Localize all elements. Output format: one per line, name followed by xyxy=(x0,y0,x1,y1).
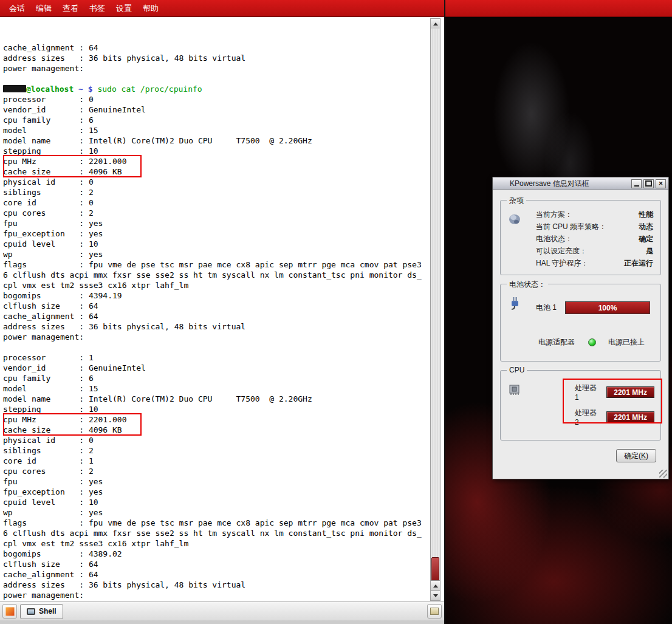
ok-button-text: 确定( xyxy=(624,451,641,460)
info-label: HAL 守护程序： xyxy=(536,259,588,267)
terminal-line: clflush size : 64 xyxy=(3,559,430,569)
new-session-button[interactable] xyxy=(2,604,17,619)
terminal-line: bogomips : 4389.02 xyxy=(3,549,430,559)
kpowersave-dialog: KPowersave 信息对话框 杂项 当前方案： 性能 当前 CPU 频率策略… xyxy=(492,177,669,479)
adapter-label: 电源适配器 xyxy=(538,337,575,348)
info-row: 可以设定亮度： 是 xyxy=(536,247,653,255)
misc-group-title: 杂项 xyxy=(507,196,526,206)
terminal-line: stepping : 10 xyxy=(3,404,430,414)
menu-settings[interactable]: 设置 xyxy=(111,0,137,17)
battery-group-title: 电池状态： xyxy=(507,279,548,290)
ok-button-text: ) xyxy=(646,451,648,460)
minimize-button[interactable] xyxy=(631,179,642,188)
adapter-status: 电源已接上 xyxy=(608,337,645,348)
info-value: 正在运行 xyxy=(624,259,653,267)
terminal-line: @localhost ~ $ sudo cat /proc/cpuinfo xyxy=(3,84,430,94)
menu-edit[interactable]: 编辑 xyxy=(30,0,57,17)
terminal-line: cpu family : 6 xyxy=(3,373,430,383)
misc-icon xyxy=(507,211,523,227)
pane-divider xyxy=(444,0,445,624)
battery-label: 电池 1 xyxy=(536,303,557,313)
terminal-line xyxy=(3,74,430,84)
highlight-annotation: cpu MHz : 2201.000cache size : 4096 KB xyxy=(3,156,430,177)
terminal-line: cpuid level : 10 xyxy=(3,497,430,507)
info-value: 动态 xyxy=(639,222,653,231)
terminal-line: power management: xyxy=(3,332,430,342)
terminal-line: bogomips : 4394.19 xyxy=(3,290,430,301)
battery-progress: 100% xyxy=(565,301,650,314)
scroll-down-button[interactable] xyxy=(431,590,440,600)
arrow-down-icon xyxy=(433,594,438,597)
tab-shell[interactable]: Shell xyxy=(20,604,63,619)
menu-bookmarks[interactable]: 书签 xyxy=(84,0,111,17)
ok-button-accesskey: K xyxy=(641,451,646,460)
terminal-line: siblings : 2 xyxy=(3,445,430,456)
terminal-line: wp : yes xyxy=(3,507,430,518)
info-value: 确定 xyxy=(639,235,653,243)
highlight-annotation: cpu MHz : 2201.000cache size : 4096 KB xyxy=(3,414,430,435)
terminal-line: 6 clflush dts acpi mmx fxsr sse sse2 ss … xyxy=(3,528,430,538)
cpu-group-title: CPU xyxy=(507,366,527,374)
battery-icon xyxy=(507,295,523,311)
terminal-line: core id : 1 xyxy=(3,456,430,466)
info-label: 当前方案： xyxy=(536,210,572,219)
ok-button[interactable]: 确定(K) xyxy=(616,449,656,462)
new-session-icon xyxy=(5,607,15,616)
battery-row: 电池 1 100% xyxy=(536,301,652,314)
dialog-titlebar[interactable]: KPowersave 信息对话框 xyxy=(493,177,668,190)
session-list-icon xyxy=(430,608,439,615)
terminal-line: fpu : yes xyxy=(3,476,430,487)
terminal-line: model name : Intel(R) Core(TM)2 Duo CPU … xyxy=(3,135,430,146)
button-row: 确定(K) xyxy=(505,449,656,462)
terminal-line: cache_alignment : 64 xyxy=(3,569,430,580)
terminal-line: flags : fpu vme de pse tsc msr pae mce c… xyxy=(3,518,430,528)
terminal-line: fpu_exception : yes xyxy=(3,487,430,497)
terminal-line: fpu : yes xyxy=(3,218,430,228)
terminal-line: physical id : 0 xyxy=(3,177,430,187)
menu-help[interactable]: 帮助 xyxy=(137,0,164,17)
terminal-line: power management: xyxy=(3,590,430,600)
terminal-line: cache_alignment : 64 xyxy=(3,43,430,53)
terminal-scrollbar[interactable] xyxy=(430,18,441,601)
terminal-viewport[interactable]: cache_alignment : 64address sizes : 36 b… xyxy=(1,18,430,601)
maximize-button[interactable] xyxy=(643,179,654,188)
menu-view[interactable]: 查看 xyxy=(57,0,84,17)
resize-grip[interactable] xyxy=(659,470,667,478)
cpu-label: 处理器 1 xyxy=(575,383,602,402)
terminal-line: address sizes : 36 bits physical, 48 bit… xyxy=(3,53,430,63)
scrollbar-track[interactable] xyxy=(431,29,440,582)
terminal-line: cpu MHz : 2201.000 xyxy=(3,414,430,425)
terminal-line xyxy=(3,600,430,601)
terminal-line: cpu cores : 2 xyxy=(3,208,430,218)
misc-group: 杂项 当前方案： 性能 当前 CPU 频率策略： 动态 电池状态： 确定 可以设… xyxy=(500,200,661,275)
terminal-line: processor : 1 xyxy=(3,352,430,363)
terminal-line: model name : Intel(R) Core(TM)2 Duo CPU … xyxy=(3,394,430,404)
cpu-group: CPU 处理器 1 2201 MHz 处理器 2 2201 MHz xyxy=(500,370,661,441)
scroll-up-button-bottom[interactable] xyxy=(431,580,440,591)
terminal-line: siblings : 2 xyxy=(3,187,430,197)
tab-label: Shell xyxy=(39,607,57,615)
info-value: 性能 xyxy=(639,210,653,219)
info-row: 当前方案： 性能 xyxy=(536,210,653,219)
cpu-row: 处理器 2 2201 MHz xyxy=(575,408,654,427)
dialog-body: 杂项 当前方案： 性能 当前 CPU 频率策略： 动态 电池状态： 确定 可以设… xyxy=(495,191,666,476)
scrollbar-thumb[interactable] xyxy=(431,557,439,581)
cpu-label: 处理器 2 xyxy=(575,408,602,427)
terminal-line: processor : 0 xyxy=(3,94,430,105)
terminal-line: power management: xyxy=(3,63,430,74)
terminal-line: address sizes : 36 bits physical, 48 bit… xyxy=(3,321,430,332)
window-bottom-edge xyxy=(0,620,444,624)
info-value: 是 xyxy=(646,247,653,255)
session-list-button[interactable] xyxy=(427,604,442,619)
battery-progress-fill: 100% xyxy=(566,302,650,314)
cpu-frequency-bar: 2201 MHz xyxy=(606,386,654,398)
terminal-line: cpu family : 6 xyxy=(3,115,430,125)
menu-session[interactable]: 会话 xyxy=(4,0,30,17)
terminal-line: physical id : 0 xyxy=(3,435,430,445)
cpu-frequency-bar: 2201 MHz xyxy=(606,411,654,423)
scroll-up-button[interactable] xyxy=(431,19,440,29)
terminal-line: wp : yes xyxy=(3,249,430,259)
close-button[interactable] xyxy=(656,179,666,188)
tab-bar: Shell xyxy=(0,602,444,620)
terminal-line xyxy=(3,342,430,352)
